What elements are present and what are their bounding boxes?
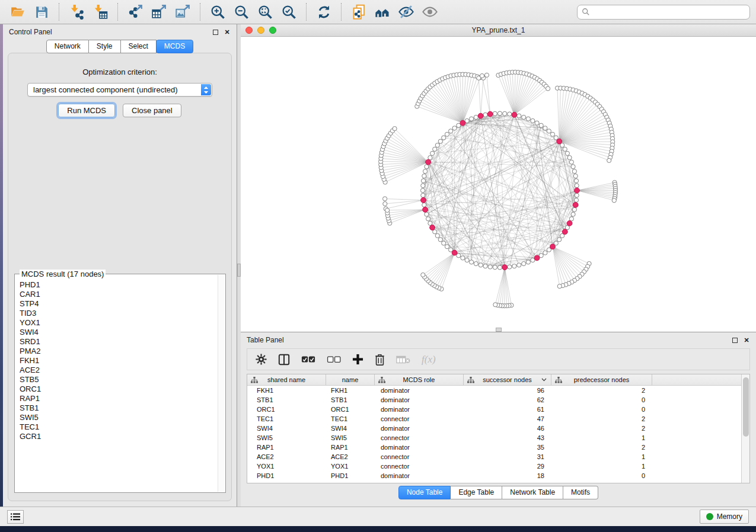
network-node[interactable]	[535, 121, 539, 125]
network-node[interactable]	[503, 111, 507, 116]
network-node[interactable]	[522, 115, 526, 119]
mcds-result-scrollbar[interactable]	[218, 275, 225, 492]
run-mcds-button[interactable]: Run MCDS	[58, 104, 115, 117]
network-node[interactable]	[493, 303, 497, 307]
network-node[interactable]	[493, 111, 497, 116]
show-all-button[interactable]	[418, 2, 442, 22]
export-table-button[interactable]	[147, 2, 171, 22]
mcds-result-item[interactable]: ORC1	[20, 384, 217, 394]
table-row[interactable]: ACE2ACE2connector311	[247, 452, 749, 462]
network-node[interactable]	[574, 198, 578, 202]
network-node[interactable]	[438, 139, 442, 143]
network-node[interactable]	[571, 212, 575, 216]
network-node[interactable]	[575, 193, 579, 197]
refresh-layout-button[interactable]	[312, 2, 336, 22]
network-node[interactable]	[445, 245, 449, 249]
tab-network[interactable]: Network	[46, 40, 89, 53]
network-node[interactable]	[421, 193, 425, 197]
network-node[interactable]	[546, 86, 550, 91]
mcds-result-item[interactable]: SRD1	[20, 337, 217, 347]
network-mcds-node[interactable]	[487, 111, 493, 117]
network-node[interactable]	[383, 201, 387, 206]
zoom-in-button[interactable]	[206, 2, 229, 22]
mcds-result-item[interactable]: CAR1	[20, 290, 217, 299]
network-node[interactable]	[480, 73, 484, 78]
search-input[interactable]	[590, 8, 745, 16]
network-node[interactable]	[393, 127, 397, 131]
network-mcds-node[interactable]	[460, 120, 465, 126]
table-row[interactable]: SWI4SWI4dominator462	[247, 424, 749, 433]
network-node[interactable]	[435, 143, 439, 148]
network-node[interactable]	[470, 260, 474, 264]
table-row[interactable]: SWI5SWI5connector431	[247, 433, 749, 443]
mcds-result-item[interactable]: FKH1	[20, 356, 217, 366]
open-session-button[interactable]	[6, 2, 30, 22]
table-row[interactable]: FKH1FKH1dominator962	[247, 386, 749, 395]
network-node[interactable]	[452, 126, 457, 130]
mcds-result-item[interactable]: RAP1	[20, 394, 217, 403]
export-network-button[interactable]	[123, 2, 147, 22]
tab-edge-table[interactable]: Edge Table	[451, 486, 502, 499]
network-node[interactable]	[612, 198, 616, 203]
zoom-out-button[interactable]	[229, 2, 253, 22]
network-node[interactable]	[433, 147, 437, 151]
import-network-button[interactable]	[65, 2, 88, 22]
mcds-result-item[interactable]: YOX1	[20, 318, 217, 328]
network-node[interactable]	[569, 160, 573, 164]
first-neighbors-button[interactable]	[371, 2, 394, 22]
mcds-result-item[interactable]: TEC1	[20, 422, 217, 432]
float-table-panel-icon[interactable]	[731, 336, 738, 344]
horizontal-splitter-handle[interactable]	[496, 328, 502, 332]
network-node[interactable]	[420, 188, 425, 193]
network-node[interactable]	[572, 207, 576, 211]
network-node[interactable]	[508, 265, 512, 269]
network-node[interactable]	[526, 117, 530, 121]
network-node[interactable]	[522, 262, 526, 266]
network-node[interactable]	[422, 174, 426, 178]
table-row[interactable]: PHD1PHD1dominator180	[247, 471, 749, 480]
column-header-predecessor-nodes[interactable]: predecessor nodes	[551, 374, 652, 385]
show-columns-button[interactable]	[278, 354, 290, 366]
column-header-name[interactable]: name	[326, 374, 375, 385]
network-node[interactable]	[573, 174, 578, 178]
column-header-MCDS-role[interactable]: MCDS role	[375, 374, 464, 385]
network-node[interactable]	[442, 136, 446, 140]
add-column-button[interactable]	[352, 354, 363, 365]
mcds-result-item[interactable]: PHD1	[20, 280, 217, 290]
network-node[interactable]	[563, 147, 567, 151]
table-row[interactable]: ORC1ORC1dominator610	[247, 405, 749, 414]
network-node[interactable]	[572, 169, 576, 174]
tab-select[interactable]: Select	[121, 40, 157, 53]
tab-mcds[interactable]: MCDS	[156, 40, 193, 53]
network-node[interactable]	[567, 156, 572, 160]
network-node[interactable]	[488, 265, 492, 269]
network-node[interactable]	[484, 73, 489, 77]
network-node[interactable]	[383, 197, 387, 201]
float-panel-icon[interactable]	[212, 28, 219, 36]
network-node[interactable]	[512, 264, 516, 268]
network-node[interactable]	[517, 114, 521, 118]
network-node[interactable]	[565, 151, 569, 155]
network-node[interactable]	[474, 262, 478, 266]
table-row[interactable]: YOX1YOX1connector291	[247, 462, 749, 471]
network-mcds-node[interactable]	[567, 221, 572, 226]
new-network-from-selection-button[interactable]	[347, 2, 371, 22]
network-node[interactable]	[531, 118, 535, 123]
network-mcds-node[interactable]	[502, 265, 508, 270]
zoom-fit-button[interactable]	[253, 2, 277, 22]
network-mcds-node[interactable]	[562, 229, 567, 235]
network-node[interactable]	[438, 238, 442, 242]
network-mcds-node[interactable]	[550, 244, 556, 249]
save-session-button[interactable]	[30, 2, 53, 22]
network-node[interactable]	[426, 217, 430, 221]
network-node[interactable]	[385, 208, 390, 212]
network-mcds-node[interactable]	[478, 113, 483, 118]
close-panel-button[interactable]: Close panel	[123, 104, 181, 117]
network-node[interactable]	[497, 111, 502, 116]
network-mcds-node[interactable]	[430, 225, 435, 230]
table-row[interactable]: STB1STB1dominator620	[247, 395, 749, 405]
optimization-criterion-select[interactable]: largest connected component (undirected)	[27, 83, 212, 97]
zoom-selected-button[interactable]	[277, 2, 301, 22]
network-node[interactable]	[483, 113, 487, 117]
table-settings-gear-button[interactable]	[256, 354, 267, 365]
